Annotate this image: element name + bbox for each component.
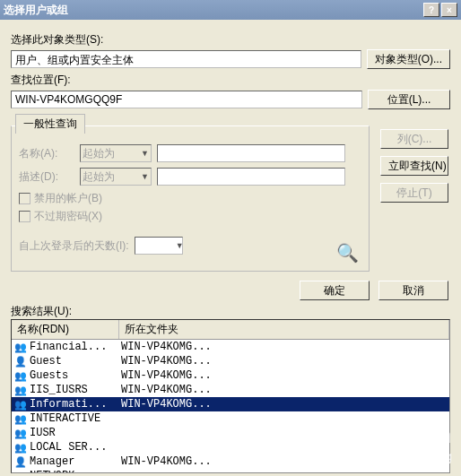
nonexpiring-password-label: 不过期密码(X) [34, 209, 102, 224]
row-folder: WIN-VP4KOMG... [121, 384, 448, 396]
side-buttons: 列(C)... 立即查找(N) 停止(T) [380, 129, 448, 203]
user-icon [13, 354, 28, 368]
desc-label: 描述(D): [19, 169, 74, 185]
row-name: Guest [30, 355, 121, 368]
location-field[interactable]: WIN-VP4KOMGQQ9F [11, 91, 362, 108]
results-list[interactable]: 名称(RDN) 所在文件夹 Financial...WIN-VP4KOMG...… [11, 319, 450, 473]
row-name: Manager [30, 455, 121, 468]
group-icon [13, 426, 28, 440]
row-folder: WIN-VP4KOMG... [121, 355, 448, 368]
locations-button[interactable]: 位置(L)... [368, 90, 450, 109]
desc-input[interactable] [157, 168, 345, 186]
row-name: LOCAL SER... [30, 441, 121, 454]
group-icon [13, 469, 28, 473]
help-button[interactable]: ? [423, 3, 439, 17]
dialog-content: 选择此对象类型(S): 用户、组或内置安全主体 对象类型(O)... 查找位置(… [0, 20, 461, 476]
group-icon [13, 368, 28, 383]
name-input[interactable] [157, 144, 345, 162]
list-item[interactable]: Financial...WIN-VP4KOMG... [12, 340, 449, 354]
object-type-label: 选择此对象类型(S): [11, 32, 450, 48]
object-type-field[interactable]: 用户、组或内置安全主体 [11, 50, 361, 68]
close-button[interactable]: × [441, 3, 457, 17]
object-types-button[interactable]: 对象类型(O)... [367, 49, 450, 69]
titlebar: 选择用户或组 ? × [0, 0, 461, 20]
days-since-label: 自上次登录后的天数(I): [19, 238, 129, 254]
results-label: 搜索结果(U): [11, 304, 450, 319]
row-folder: WIN-VP4KOMG... [121, 369, 448, 382]
row-name: IIS_IUSRS [30, 384, 121, 396]
chevron-down-icon: ▼ [141, 172, 149, 181]
stop-button[interactable]: 停止(T) [380, 183, 448, 203]
search-now-button[interactable]: 立即查找(N) [380, 156, 448, 176]
ok-button[interactable]: 确定 [300, 281, 370, 300]
desc-match-select[interactable]: 起始为 ▼ [80, 168, 152, 186]
row-folder: WIN-VP4KOMG... [121, 398, 448, 411]
row-name: Financial... [30, 341, 121, 353]
list-item[interactable]: GuestsWIN-VP4KOMG... [12, 368, 449, 383]
list-item[interactable]: INTERACTIVE [12, 411, 449, 426]
row-folder: WIN-VP4KOMG... [121, 455, 448, 468]
list-item[interactable]: IIS_IUSRSWIN-VP4KOMG... [12, 383, 449, 397]
cancel-button[interactable]: 取消 [378, 281, 448, 300]
list-item[interactable]: Informati...WIN-VP4KOMG... [12, 397, 449, 411]
results-body: Financial...WIN-VP4KOMG...GuestWIN-VP4KO… [12, 340, 449, 473]
col-folder-header[interactable]: 所在文件夹 [119, 320, 449, 339]
col-name-header[interactable]: 名称(RDN) [12, 320, 119, 339]
name-label: 名称(A): [19, 146, 74, 161]
disabled-accounts-label: 禁用的帐户(B) [34, 191, 102, 206]
common-query-tab[interactable]: 一般性查询 [15, 114, 85, 134]
row-name: NETWORK [30, 470, 121, 473]
list-item[interactable]: LOCAL SER... [12, 440, 449, 454]
list-item[interactable]: IUSR [12, 426, 449, 440]
row-name: IUSR [30, 427, 121, 439]
results-header: 名称(RDN) 所在文件夹 [12, 320, 449, 340]
nonexpiring-password-checkbox[interactable] [19, 211, 30, 222]
list-item[interactable]: GuestWIN-VP4KOMG... [12, 354, 449, 368]
name-match-value: 起始为 [83, 146, 115, 161]
list-item[interactable]: NETWORK [12, 469, 449, 473]
row-name: Informati... [30, 398, 121, 411]
name-match-select[interactable]: 起始为 ▼ [80, 144, 152, 162]
group-icon [13, 340, 28, 354]
disabled-accounts-checkbox[interactable] [19, 193, 30, 204]
search-icon: 🔍 [336, 242, 361, 264]
chevron-down-icon: ▼ [176, 241, 184, 250]
columns-button[interactable]: 列(C)... [380, 129, 448, 149]
group-icon [13, 383, 28, 397]
group-icon [13, 397, 28, 411]
group-icon [13, 411, 28, 426]
desc-match-value: 起始为 [83, 169, 115, 185]
common-query-group: 一般性查询 名称(A): 起始为 ▼ 描述(D): 起始为 ▼ [11, 125, 370, 272]
row-folder: WIN-VP4KOMG... [121, 341, 448, 353]
row-name: INTERACTIVE [30, 412, 121, 425]
list-item[interactable]: ManagerWIN-VP4KOMG... [12, 454, 449, 469]
chevron-down-icon: ▼ [141, 149, 149, 158]
location-label: 查找位置(F): [11, 73, 450, 88]
user-icon [13, 454, 28, 469]
row-name: Guests [30, 369, 121, 382]
group-icon [13, 440, 28, 454]
window-title: 选择用户或组 [4, 3, 423, 18]
